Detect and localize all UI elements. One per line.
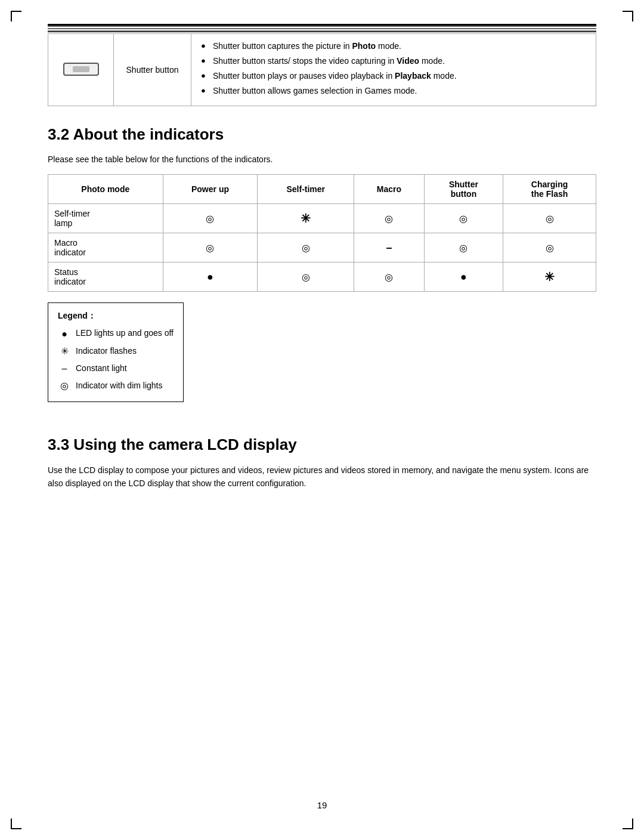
shutter-desc-cell: Shutter button captures the picture in P… bbox=[191, 34, 596, 106]
legend-sym-constant: – bbox=[58, 360, 71, 376]
row-label-macro-indicator: Macroindicator bbox=[48, 233, 163, 262]
cell-si-self: ◎ bbox=[258, 262, 354, 292]
cell-st-self: ✳ bbox=[258, 204, 354, 233]
corner-mark-tl bbox=[11, 11, 21, 21]
sym-dim: ◎ bbox=[546, 214, 554, 224]
col-header-charging: Chargingthe Flash bbox=[503, 175, 596, 204]
table-row: Self-timerlamp ◎ ✳ ◎ ◎ ◎ bbox=[48, 204, 596, 233]
legend-sym-dim: ◎ bbox=[58, 378, 71, 394]
sym-dim: ◎ bbox=[302, 243, 310, 253]
legend-item-flash: ✳ Indicator flashes bbox=[58, 343, 174, 359]
shutter-desc-item-1: Shutter button captures the picture in P… bbox=[200, 40, 587, 52]
shutter-table: Shutter button Shutter button captures t… bbox=[48, 33, 596, 106]
legend-text-constant: Constant light bbox=[76, 362, 127, 376]
corner-mark-br bbox=[623, 819, 633, 829]
table-row: Statusindicator ● ◎ ◎ ● ✳ bbox=[48, 262, 596, 292]
col-header-macro: Macro bbox=[354, 175, 425, 204]
shutter-desc-item-3: Shutter button plays or pauses video pla… bbox=[200, 70, 587, 82]
row-label-status-indicator: Statusindicator bbox=[48, 262, 163, 292]
sym-dim: ◎ bbox=[302, 272, 310, 282]
col-header-self-timer: Self-timer bbox=[258, 175, 354, 204]
legend-item-constant: – Constant light bbox=[58, 360, 174, 376]
shutter-icon-cell bbox=[48, 34, 114, 106]
shutter-button-icon bbox=[63, 63, 99, 76]
sym-dim: ◎ bbox=[385, 272, 393, 282]
shutter-row: Shutter button Shutter button captures t… bbox=[48, 34, 596, 106]
sym-dim: ◎ bbox=[206, 214, 214, 224]
shutter-desc-list: Shutter button captures the picture in P… bbox=[200, 40, 587, 97]
sym-dim: ◎ bbox=[546, 243, 554, 253]
shutter-name-cell: Shutter button bbox=[114, 34, 191, 106]
cell-si-shutter: ● bbox=[424, 262, 503, 292]
sym-filled: ● bbox=[207, 271, 213, 283]
cell-st-macro: ◎ bbox=[354, 204, 425, 233]
sym-asterisk: ✳ bbox=[544, 270, 555, 283]
cell-si-charging: ✳ bbox=[503, 262, 596, 292]
legend-title: Legend： bbox=[58, 309, 174, 323]
cell-mi-shutter: ◎ bbox=[424, 233, 503, 262]
cell-si-power: ● bbox=[163, 262, 258, 292]
legend-box: Legend： ● LED lights up and goes off ✳ I… bbox=[48, 302, 184, 402]
legend-item-dim: ◎ Indicator with dim lights bbox=[58, 378, 174, 394]
corner-mark-bl bbox=[11, 819, 21, 829]
col-header-photo-mode: Photo mode bbox=[48, 175, 163, 204]
cell-si-macro: ◎ bbox=[354, 262, 425, 292]
legend-sym-led: ● bbox=[58, 326, 71, 342]
cell-mi-macro: – bbox=[354, 233, 425, 262]
sym-dim: ◎ bbox=[459, 214, 467, 224]
top-section: Shutter button Shutter button captures t… bbox=[48, 24, 596, 106]
legend-text-led: LED lights up and goes off bbox=[76, 326, 174, 341]
cell-mi-power: ◎ bbox=[163, 233, 258, 262]
legend-text-flash: Indicator flashes bbox=[76, 344, 137, 359]
section-33-body: Use the LCD display to compose your pict… bbox=[48, 464, 596, 490]
shutter-desc-item-4: Shutter button allows games selection in… bbox=[200, 85, 587, 97]
indicators-table: Photo mode Power up Self-timer Macro Shu… bbox=[48, 174, 596, 292]
row-label-self-timer-lamp: Self-timerlamp bbox=[48, 204, 163, 233]
legend-sym-flash: ✳ bbox=[58, 343, 71, 359]
col-header-power-up: Power up bbox=[163, 175, 258, 204]
page-number: 19 bbox=[0, 800, 644, 810]
cell-st-shutter: ◎ bbox=[424, 204, 503, 233]
legend-text-dim: Indicator with dim lights bbox=[76, 379, 163, 393]
cell-st-charging: ◎ bbox=[503, 204, 596, 233]
shutter-label: Shutter button bbox=[126, 65, 179, 75]
section-33-heading: 3.3 Using the camera LCD display bbox=[48, 436, 596, 454]
cell-mi-self: ◎ bbox=[258, 233, 354, 262]
sym-dash: – bbox=[386, 242, 392, 254]
sym-dim: ◎ bbox=[206, 243, 214, 253]
cell-mi-charging: ◎ bbox=[503, 233, 596, 262]
indicators-header-row: Photo mode Power up Self-timer Macro Shu… bbox=[48, 175, 596, 204]
sym-dim: ◎ bbox=[385, 214, 393, 224]
page: Shutter button Shutter button captures t… bbox=[0, 0, 644, 840]
corner-mark-tr bbox=[623, 11, 633, 21]
sym-asterisk: ✳ bbox=[301, 212, 311, 225]
sym-filled: ● bbox=[460, 271, 467, 283]
legend-item-led: ● LED lights up and goes off bbox=[58, 326, 174, 342]
table-row: Macroindicator ◎ ◎ – ◎ ◎ bbox=[48, 233, 596, 262]
col-header-shutter: Shutterbutton bbox=[424, 175, 503, 204]
sym-dim: ◎ bbox=[459, 243, 467, 253]
shutter-desc-item-2: Shutter button starts/ stops the video c… bbox=[200, 55, 587, 67]
section-32-intro: Please see the table below for the funct… bbox=[48, 153, 596, 166]
header-lines bbox=[48, 24, 596, 32]
section-32-heading: 3.2 About the indicators bbox=[48, 125, 596, 144]
cell-st-power: ◎ bbox=[163, 204, 258, 233]
